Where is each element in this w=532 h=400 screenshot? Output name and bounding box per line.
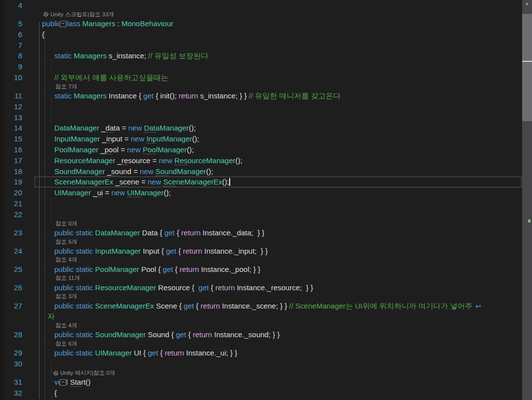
code-token: s_instance;	[107, 51, 148, 60]
code-token: source =	[128, 156, 159, 165]
codelens-label[interactable]: 참조 5개	[55, 238, 77, 246]
unity-icon	[53, 371, 58, 376]
line-number[interactable]: 11	[0, 90, 24, 101]
codelens-label[interactable]: 참조 11개	[55, 274, 80, 282]
codelens-content[interactable]: 참조 6개	[55, 340, 77, 348]
code-text[interactable]: public static DataManager Data { get { r…	[54, 227, 264, 238]
line-number[interactable]: 6	[0, 29, 24, 40]
code-text[interactable]: // 외부에서 얘를 사용하고싶을때는	[54, 72, 168, 83]
codelens-content[interactable]: 참조 0개	[55, 220, 77, 227]
codelens-label[interactable]: 참조 3개	[55, 293, 77, 300]
codelens-content[interactable]: 참조 11개	[55, 274, 80, 282]
line-number[interactable]: 16	[0, 144, 24, 155]
glyph-margin	[24, 274, 42, 282]
code-text[interactable]: UIManager _ui = new UIManager();	[54, 187, 171, 198]
line-number[interactable]: 31	[0, 377, 24, 388]
scrollbar-change-marker	[528, 220, 531, 222]
code-text[interactable]: SoundManager _sound = new SoundManager()…	[54, 166, 213, 177]
code-token: aManager	[156, 124, 189, 132]
glyph-margin	[24, 329, 42, 340]
code-text[interactable]: public static SceneManagerEx Scene { get…	[54, 301, 481, 311]
line-number[interactable]: 30	[0, 358, 24, 369]
line-number[interactable]: 17	[0, 155, 24, 166]
code-text[interactable]: public static UIManager UI { get { retur…	[54, 348, 237, 358]
scrollbar-thumb[interactable]	[522, 14, 532, 121]
vertical-scrollbar[interactable]: ▲	[522, 0, 532, 400]
codelens-label[interactable]: 참조 4개	[55, 322, 77, 329]
glyph-margin	[24, 177, 42, 187]
line-number[interactable]: 32	[0, 388, 24, 399]
codelens-row: 참조 6개	[0, 340, 522, 348]
code-token: return	[183, 247, 202, 255]
code-text[interactable]: DataManager _data = new DataManager();	[54, 123, 196, 133]
glyph-margin	[24, 112, 42, 123]
line-number[interactable]: 18	[0, 166, 24, 177]
code-line: 28public static SoundManager Sound { get…	[0, 329, 522, 340]
line-number[interactable]: 9	[0, 61, 24, 72]
code-token: Instance._pool; } }	[199, 265, 260, 273]
code-token: Sou	[156, 167, 169, 176]
code-text[interactable]: public static SoundManager Sound { get {…	[54, 329, 280, 340]
code-text[interactable]: {	[54, 388, 57, 399]
code-text[interactable]: public static InputManager Input { get {…	[54, 246, 268, 257]
codelens-content[interactable]: 참조 4개	[55, 256, 77, 264]
scroll-up-arrow-icon[interactable]: ▲	[522, 0, 532, 8]
fold-collapse-icon[interactable]: −	[60, 379, 66, 386]
glyph-margin	[24, 144, 42, 155]
code-token: Managers	[74, 51, 107, 60]
code-text[interactable]: InputManager _input = new InputManager()…	[54, 133, 199, 144]
line-number[interactable]: 14	[0, 123, 24, 133]
code-token: get	[164, 228, 175, 237]
codelens-label[interactable]: Unity 스크립트|참조 33개	[50, 11, 114, 18]
line-number[interactable]: 21	[0, 198, 24, 209]
line-number[interactable]: 29	[0, 348, 24, 358]
line-number[interactable]: 12	[0, 101, 24, 112]
lightbulb-icon[interactable]	[48, 178, 55, 186]
code-text[interactable]: static Managers Instance { get { init();…	[54, 90, 340, 101]
codelens-content[interactable]: 참조 4개	[55, 322, 77, 329]
line-number[interactable]: 28	[0, 329, 24, 340]
code-text[interactable]: public static ResourceManager Resource {…	[54, 282, 313, 293]
line-number[interactable]: 8	[0, 50, 24, 61]
code-token: Inp	[146, 134, 157, 143]
code-text[interactable]: ResourceManager _resource = new Resource…	[54, 155, 243, 166]
codelens-content[interactable]: Unity 메시지|참조 0개	[53, 369, 115, 377]
code-token: SceneManagerEx	[54, 178, 113, 186]
code-text[interactable]: SceneManagerEx _scene = new SceneManager…	[54, 177, 230, 187]
line-number[interactable]: 15	[0, 133, 24, 144]
code-text[interactable]: public static PoolManager Pool { get { r…	[54, 264, 260, 275]
line-number[interactable]: 26	[0, 282, 24, 293]
codelens-content[interactable]: 참조 5개	[55, 238, 77, 246]
code-token: public static	[54, 330, 95, 339]
code-token: get	[184, 302, 194, 310]
code-text[interactable]: PoolManager _pool = new PoolManager();	[54, 144, 194, 155]
codelens-label[interactable]: Unity 메시지|참조 0개	[60, 369, 115, 377]
line-number[interactable]: 4	[0, 0, 24, 11]
fold-collapse-icon[interactable]: −	[60, 21, 66, 27]
line-number[interactable]: 19	[0, 177, 24, 187]
code-text[interactable]: static Managers s_instance; // 유일성 보장된다	[54, 50, 208, 61]
line-number[interactable]: 5	[0, 18, 24, 29]
codelens-label[interactable]: 참조 4개	[55, 256, 77, 264]
code-text[interactable]: {	[42, 29, 44, 40]
line-number[interactable]: 25	[0, 264, 24, 275]
line-number[interactable]: 22	[0, 209, 24, 220]
code-token: {	[173, 265, 179, 273]
code-line: 16PoolManager _pool = new PoolManager();	[0, 144, 522, 155]
line-number[interactable]: 10	[0, 72, 24, 83]
codelens-content[interactable]: 참조 7개	[55, 83, 77, 90]
code-token: get	[199, 283, 209, 292]
line-number[interactable]: 27	[0, 301, 24, 311]
code-token: {	[42, 30, 44, 39]
line-number[interactable]: 20	[0, 187, 24, 198]
code-text[interactable]: 자	[47, 311, 55, 322]
codelens-label[interactable]: 참조 6개	[55, 340, 77, 348]
line-number[interactable]: 7	[0, 40, 24, 51]
codelens-label[interactable]: 참조 0개	[55, 220, 77, 227]
line-number[interactable]: 13	[0, 112, 24, 123]
codelens-label[interactable]: 참조 7개	[55, 83, 77, 90]
line-number[interactable]: 23	[0, 227, 24, 238]
codelens-content[interactable]: 참조 3개	[55, 293, 77, 300]
line-number[interactable]: 24	[0, 246, 24, 257]
codelens-content[interactable]: Unity 스크립트|참조 33개	[43, 11, 114, 18]
